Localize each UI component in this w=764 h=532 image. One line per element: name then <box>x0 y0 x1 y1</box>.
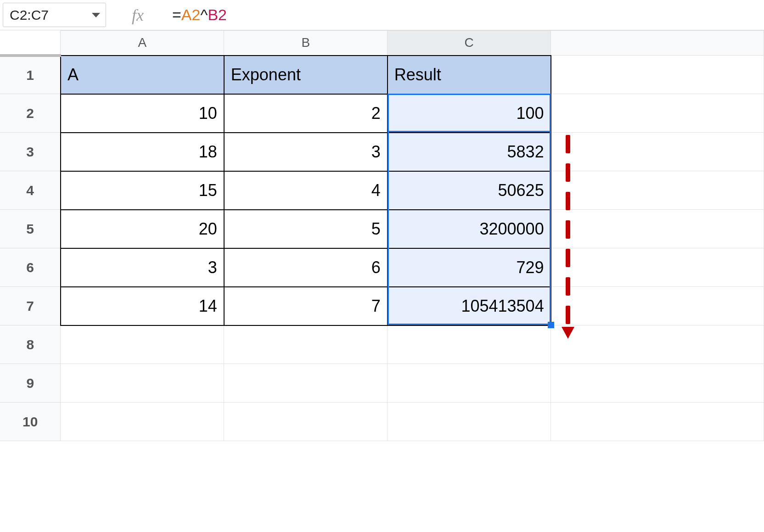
formula-operator: ^ <box>200 6 208 24</box>
cell-b5[interactable]: 5 <box>224 210 388 248</box>
row-header-9[interactable]: 9 <box>0 364 61 403</box>
select-all-corner[interactable] <box>0 31 61 56</box>
cell-b7[interactable]: 7 <box>224 287 388 325</box>
cell-c4[interactable]: 50625 <box>388 171 551 210</box>
fill-handle[interactable] <box>548 322 554 328</box>
row-header-7[interactable]: 7 <box>0 287 61 325</box>
cell-c2[interactable]: 100 <box>388 94 551 133</box>
cell-d8[interactable] <box>551 325 764 364</box>
cell-d4[interactable] <box>551 171 764 210</box>
formula-ref-b2: B2 <box>208 6 227 24</box>
cell-c1[interactable]: Result <box>388 56 551 94</box>
cell-b4[interactable]: 4 <box>224 171 388 210</box>
cell-b8[interactable] <box>224 325 388 364</box>
cell-a6[interactable]: 3 <box>61 248 224 287</box>
cell-b1[interactable]: Exponent <box>224 56 388 94</box>
cell-b3[interactable]: 3 <box>224 133 388 171</box>
cell-a9[interactable] <box>61 364 224 403</box>
cell-c5[interactable]: 3200000 <box>388 210 551 248</box>
cell-c6[interactable]: 729 <box>388 248 551 287</box>
row-header-3[interactable]: 3 <box>0 133 61 171</box>
formula-input[interactable]: =A2^B2 <box>168 0 764 30</box>
cell-d3[interactable] <box>551 133 764 171</box>
name-box-value: C2:C7 <box>10 7 88 23</box>
cell-d9[interactable] <box>551 364 764 403</box>
formula-ref-a2: A2 <box>181 6 201 24</box>
cell-a3[interactable]: 18 <box>61 133 224 171</box>
row-header-6[interactable]: 6 <box>0 248 61 287</box>
row-header-1[interactable]: 1 <box>0 56 61 94</box>
column-header-b[interactable]: B <box>224 31 388 56</box>
cell-b6[interactable]: 6 <box>224 248 388 287</box>
row-header-5[interactable]: 5 <box>0 210 61 248</box>
row-header-8[interactable]: 8 <box>0 325 61 364</box>
formula-equals: = <box>172 6 181 24</box>
cell-d5[interactable] <box>551 210 764 248</box>
cell-d1[interactable] <box>551 56 764 94</box>
cell-c8[interactable] <box>388 325 551 364</box>
name-box[interactable]: C2:C7 <box>3 3 106 27</box>
row-header-4[interactable]: 4 <box>0 171 61 210</box>
row-header-2[interactable]: 2 <box>0 94 61 133</box>
cell-d7[interactable] <box>551 287 764 325</box>
cell-c3[interactable]: 5832 <box>388 133 551 171</box>
fx-icon[interactable]: fx <box>108 0 168 30</box>
cell-a7[interactable]: 14 <box>61 287 224 325</box>
cell-b9[interactable] <box>224 364 388 403</box>
cell-a1[interactable]: A <box>61 56 224 94</box>
column-header-c[interactable]: C <box>388 31 551 56</box>
cell-d2[interactable] <box>551 94 764 133</box>
spreadsheet-grid[interactable]: A B C 1 A Exponent Result 2 10 2 100 3 1… <box>0 30 764 441</box>
cell-c10[interactable] <box>388 403 551 441</box>
column-header-extra[interactable] <box>551 31 764 56</box>
cell-b10[interactable] <box>224 403 388 441</box>
row-header-10[interactable]: 10 <box>0 403 61 441</box>
cell-b2[interactable]: 2 <box>224 94 388 133</box>
cell-a2[interactable]: 10 <box>61 94 224 133</box>
cell-a10[interactable] <box>61 403 224 441</box>
formula-bar: C2:C7 fx =A2^B2 <box>0 0 764 30</box>
cell-d10[interactable] <box>551 403 764 441</box>
cell-c9[interactable] <box>388 364 551 403</box>
chevron-down-icon[interactable] <box>92 13 100 17</box>
column-header-a[interactable]: A <box>61 31 224 56</box>
cell-d6[interactable] <box>551 248 764 287</box>
cell-a5[interactable]: 20 <box>61 210 224 248</box>
cell-a4[interactable]: 15 <box>61 171 224 210</box>
cell-c7[interactable]: 105413504 <box>388 287 551 325</box>
cell-a8[interactable] <box>61 325 224 364</box>
